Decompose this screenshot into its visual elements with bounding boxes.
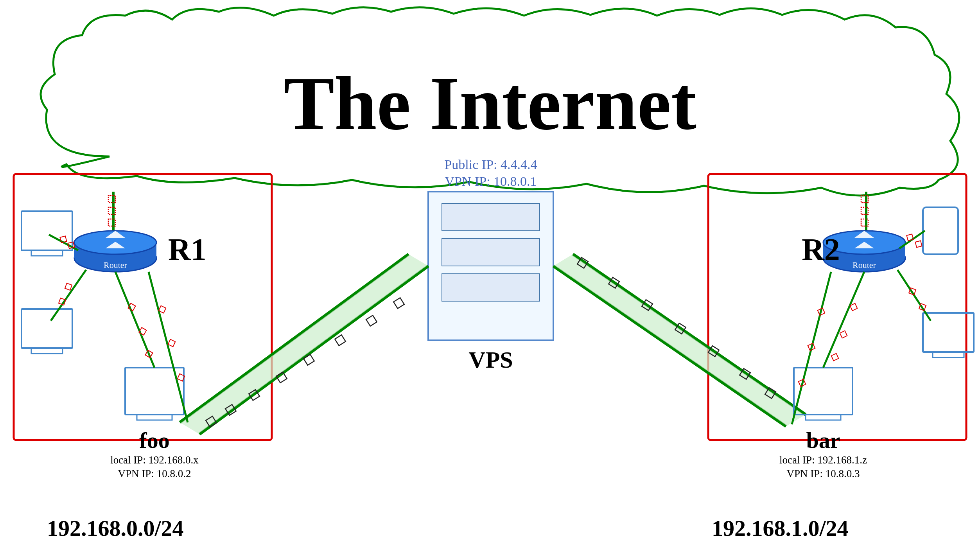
svg-line-47 <box>553 266 786 426</box>
svg-rect-41 <box>249 390 260 401</box>
svg-rect-95 <box>818 308 825 316</box>
svg-rect-12 <box>708 174 966 440</box>
svg-text:VPN IP: 10.8.0.1: VPN IP: 10.8.0.1 <box>445 174 537 189</box>
svg-text:The Internet: The Internet <box>284 61 696 145</box>
svg-text:Public IP: 4.4.4.4: Public IP: 4.4.4.4 <box>444 157 537 172</box>
svg-rect-58 <box>765 388 776 399</box>
svg-rect-82 <box>794 368 853 415</box>
svg-rect-4 <box>108 219 115 226</box>
svg-rect-52 <box>577 257 588 268</box>
svg-line-84 <box>899 231 925 248</box>
svg-point-22 <box>823 231 905 254</box>
svg-rect-10 <box>861 231 868 238</box>
svg-marker-49 <box>553 254 806 426</box>
svg-rect-74 <box>145 350 153 357</box>
svg-text:VPN IP: 10.8.0.3: VPN IP: 10.8.0.3 <box>787 468 860 480</box>
svg-text:192.168.0.0/24: 192.168.0.0/24 <box>47 515 184 541</box>
svg-rect-63 <box>125 368 184 415</box>
svg-rect-46 <box>393 298 404 309</box>
svg-rect-3 <box>108 207 115 214</box>
svg-rect-39 <box>206 416 217 427</box>
svg-rect-53 <box>608 277 619 288</box>
svg-line-75 <box>149 272 188 422</box>
svg-rect-62 <box>31 348 63 354</box>
svg-rect-55 <box>675 323 686 334</box>
svg-rect-5 <box>108 231 115 238</box>
svg-text:R1: R1 <box>168 232 206 267</box>
svg-line-87 <box>897 270 931 321</box>
svg-rect-96 <box>808 343 815 351</box>
svg-rect-91 <box>850 304 858 311</box>
main-container: The Internet Router R1 <box>0 0 980 546</box>
svg-rect-54 <box>642 300 653 311</box>
svg-rect-61 <box>22 309 72 348</box>
svg-point-20 <box>823 244 905 272</box>
svg-rect-79 <box>923 207 958 254</box>
svg-text:local IP: 192.168.0.x: local IP: 192.168.0.x <box>110 454 199 466</box>
svg-rect-76 <box>159 306 166 313</box>
svg-line-51 <box>573 254 806 415</box>
svg-line-65 <box>49 235 78 250</box>
svg-text:VPN IP: 10.8.0.2: VPN IP: 10.8.0.2 <box>118 468 191 480</box>
svg-rect-11 <box>14 174 272 440</box>
svg-rect-14 <box>74 242 156 258</box>
svg-line-38 <box>180 254 409 422</box>
svg-rect-8 <box>861 207 868 214</box>
svg-rect-89 <box>919 304 926 311</box>
svg-rect-7 <box>861 196 868 203</box>
svg-line-90 <box>823 272 864 368</box>
svg-rect-21 <box>823 242 905 258</box>
svg-point-13 <box>74 244 156 272</box>
svg-rect-60 <box>31 250 63 256</box>
svg-rect-77 <box>168 339 176 347</box>
svg-rect-57 <box>739 368 750 379</box>
svg-rect-9 <box>861 219 868 226</box>
svg-rect-42 <box>276 372 287 383</box>
svg-rect-69 <box>65 283 72 290</box>
svg-rect-45 <box>366 315 377 326</box>
svg-text:foo: foo <box>139 427 169 453</box>
svg-line-48 <box>573 254 806 415</box>
svg-rect-81 <box>933 352 964 357</box>
svg-line-50 <box>553 266 786 426</box>
svg-text:local IP: 192.168.1.z: local IP: 192.168.1.z <box>779 454 867 466</box>
svg-line-34 <box>199 266 428 434</box>
svg-rect-43 <box>303 354 314 365</box>
svg-rect-72 <box>128 303 135 311</box>
svg-line-68 <box>51 270 86 321</box>
svg-text:R2: R2 <box>802 232 840 267</box>
svg-rect-66 <box>60 236 66 242</box>
svg-text:Router: Router <box>853 260 876 270</box>
svg-rect-30 <box>442 274 540 301</box>
svg-rect-86 <box>915 241 922 247</box>
svg-rect-56 <box>708 346 719 357</box>
svg-marker-16 <box>106 231 125 238</box>
svg-text:bar: bar <box>806 427 840 453</box>
svg-line-35 <box>180 254 409 422</box>
svg-rect-85 <box>906 234 913 241</box>
svg-rect-70 <box>59 298 66 305</box>
svg-rect-29 <box>442 239 540 266</box>
svg-rect-92 <box>840 331 847 338</box>
svg-rect-93 <box>831 354 839 361</box>
svg-rect-78 <box>178 374 185 381</box>
cloud-shape <box>41 7 959 196</box>
svg-rect-28 <box>442 203 540 231</box>
svg-rect-80 <box>923 313 974 352</box>
svg-line-94 <box>792 272 831 424</box>
svg-text:192.168.1.0/24: 192.168.1.0/24 <box>712 515 849 541</box>
svg-line-71 <box>115 272 154 368</box>
svg-rect-88 <box>909 288 916 295</box>
svg-marker-23 <box>854 231 874 238</box>
svg-marker-17 <box>106 242 125 248</box>
svg-marker-24 <box>854 242 874 248</box>
svg-marker-36 <box>180 254 428 434</box>
svg-rect-44 <box>335 335 346 346</box>
svg-rect-2 <box>108 196 115 203</box>
svg-rect-73 <box>139 327 146 335</box>
svg-rect-64 <box>137 415 172 420</box>
svg-rect-27 <box>428 192 553 340</box>
svg-text:Router: Router <box>104 260 127 270</box>
svg-point-15 <box>74 231 156 254</box>
svg-rect-97 <box>799 379 806 387</box>
